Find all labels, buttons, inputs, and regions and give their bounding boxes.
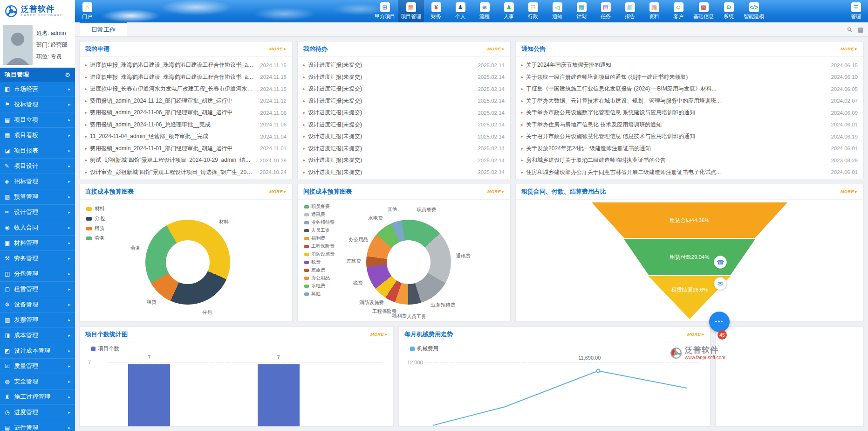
legend-item[interactable]: 职员餐费 <box>304 203 335 210</box>
sidebar-item-material[interactable]: ▣材料管理▸ <box>0 236 75 251</box>
sidebar-item-cost[interactable]: ◨成本管理▸ <box>0 328 75 343</box>
list-item-text[interactable]: 设计进度汇报(未提交) <box>308 168 473 176</box>
sidebar-item-design[interactable]: ✏设计管理▸ <box>0 205 75 220</box>
legend-machine-cost[interactable]: 机械费用 <box>410 345 704 352</box>
nav-item-portal[interactable]: ⌂门户 <box>75 0 99 22</box>
sidebar-item-budget[interactable]: ▨预算管理▸ <box>0 189 75 205</box>
list-item-text[interactable]: 进度款申报_珠海鹤港口建设_珠海鹤港口建设工程合作协议书_admin_... <box>90 61 255 69</box>
direct-cost-donut-chart[interactable]: 材料分包租赁劳务材料分包租赁劳务 <box>80 200 292 321</box>
legend-item[interactable]: 福利费 <box>304 235 335 242</box>
sidebar-item-project-initiation[interactable]: ▤项目立项▸ <box>0 112 75 128</box>
nav-item-client-project[interactable]: ⊞甲方项目 <box>372 0 398 22</box>
list-item-text[interactable]: 进度款申报_珠海鹤港口建设_珠海鹤港口建设工程合作协议书_admin_... <box>90 73 255 81</box>
list-item-text[interactable]: 费用报销_admin_2024-11-06_总经理审批__完成 <box>90 121 255 129</box>
sidebar-item-subcontract[interactable]: ◫分包管理▸ <box>0 266 75 282</box>
nav-item-report[interactable]: ▥报告 <box>618 0 642 22</box>
legend-item[interactable]: 业务招待费 <box>304 219 335 226</box>
list-item-text[interactable]: 于征集《中国建筑施工行业信息化发展报告 (2024) —BIM应用与发展》材料.… <box>526 85 826 93</box>
sidebar-item-quality[interactable]: ☑质量管理▸ <box>0 359 75 374</box>
list-item-text[interactable]: 关于召开市政公用设施智慧化管理信息 信息技术与应用培训班的通知 <box>526 132 826 140</box>
list-item-text[interactable]: 测试_彭祖新城“四馆”景观工程设计项目_2024-10-29_admin_结束_… <box>90 156 255 164</box>
nav-item-notice[interactable]: ◁通知 <box>545 0 569 22</box>
sidebar-item-income-contract[interactable]: ◉收入合同▸ <box>0 220 75 236</box>
mail-widget-button[interactable]: ✉ <box>714 277 727 290</box>
gear-icon[interactable]: ⚙ <box>65 71 70 78</box>
list-item-text[interactable]: 关于2024年国庆节放假安排的通知 <box>526 61 826 69</box>
list-item-text[interactable]: 住房和城乡建设部办公厅关于同意吉林省开展二级建造师注册证书电子化试点... <box>526 168 826 176</box>
nav-item-hr[interactable]: ♟人事 <box>497 0 521 22</box>
list-item-text[interactable]: 关于举办住房与房地产信息化 技术及应用培训班的通知 <box>526 121 826 129</box>
nav-item-personal[interactable]: ♟个人 <box>448 0 472 22</box>
nav-item-manage[interactable]: ☰管理 <box>844 0 868 22</box>
list-item-text[interactable]: 设计进度汇报(未提交) <box>308 97 473 105</box>
more-button[interactable]: MORE▶ <box>269 47 287 51</box>
list-item-text[interactable]: 设计审查_彭祖新城“四馆”景观工程设计项目_请选择_胡广生_2024-10-2.… <box>90 168 255 176</box>
legend-item[interactable]: 水电费 <box>304 283 335 289</box>
list-item-text[interactable]: 关于举办大数据、云计算技术在城市建设、规划、管理与服务中的应用培训班... <box>526 97 826 105</box>
sidebar-item-safety[interactable]: ◍安全管理▸ <box>0 374 75 389</box>
funnel-band-3[interactable]: 租赁结算26.6% <box>592 276 787 319</box>
machine-cost-line-chart[interactable]: 机械费用 12,000 11,690.00 <box>399 342 710 426</box>
nav-item-base-info[interactable]: ▩基础信息 <box>690 0 717 22</box>
list-item-text[interactable]: 设计进度汇报(未提交) <box>308 85 473 93</box>
indirect-cost-donut-chart[interactable]: 职员餐费通讯费业务招待费人员工资福利费工程保险费消防设施费税费差旅费办公用品水电… <box>298 200 510 321</box>
legend-project-count[interactable]: 项目个数 <box>91 345 387 352</box>
legend-item[interactable]: 材料 <box>86 205 105 212</box>
nav-item-smart-modeling[interactable]: </>智能建模 <box>741 0 767 22</box>
sidebar-item-project-board[interactable]: ▦项目看板▸ <box>0 128 75 143</box>
sidebar-item-project-design[interactable]: ✎项目设计▸ <box>0 159 75 174</box>
panel-toggle-icon[interactable]: ▤ <box>858 26 863 33</box>
legend-item[interactable]: 租赁 <box>86 225 105 232</box>
more-button[interactable]: MORE▶ <box>370 332 388 337</box>
list-item-text[interactable]: 关于领取一级注册建造师培训项目的通知 (须持一建证书前来领取) <box>526 73 826 81</box>
nav-item-plan[interactable]: ▦计划 <box>569 0 594 22</box>
legend-item[interactable]: 工程保险费 <box>304 243 335 250</box>
nav-item-task[interactable]: ▤任务 <box>594 0 618 22</box>
chat-widget-button[interactable]: ••• <box>709 312 730 332</box>
list-item-text[interactable]: 关于发放2024年第24批一级建造师注册证书的通知 <box>526 145 826 153</box>
list-item-text[interactable]: 设计进度汇报(未提交) <box>308 156 473 164</box>
list-item-text[interactable]: 设计进度汇报(未提交) <box>308 61 473 69</box>
sidebar-item-progress[interactable]: ◷进度管理▸ <box>0 405 75 420</box>
nav-item-workflow[interactable]: ≋流程 <box>472 0 497 22</box>
more-button[interactable]: MORE▶ <box>269 189 287 194</box>
list-item-text[interactable]: 费用报销_admin_2024-11-06_部门经理审批_胡建_运行中 <box>90 109 255 117</box>
list-item-text[interactable]: 设计进度汇报(未提交) <box>308 109 473 117</box>
nav-item-project-management[interactable]: ▦项目管理 <box>398 0 424 22</box>
sidebar-item-invoice[interactable]: ▥发票管理▸ <box>0 313 75 328</box>
nav-item-system[interactable]: ⚙系统 <box>717 0 741 22</box>
nav-item-documents[interactable]: ▧资料 <box>642 0 666 22</box>
more-button[interactable]: MORE▶ <box>487 47 505 51</box>
legend-item[interactable]: 其他 <box>304 291 335 297</box>
tab-daily-work[interactable]: 日常工作 <box>80 22 127 36</box>
list-item-text[interactable]: 设计进度汇报(未提交) <box>308 145 473 153</box>
list-item-text[interactable]: 关于举办市政公用设施数字化管理信息 系统建设与应用培训班的通知 <box>526 109 826 117</box>
legend-item[interactable]: 劳务 <box>86 235 105 242</box>
legend-item[interactable]: 办公用品 <box>304 275 335 281</box>
nav-item-finance[interactable]: ¥财务 <box>424 0 448 22</box>
key-icon[interactable]: ⚲ <box>846 26 854 34</box>
sidebar-item-labor[interactable]: ⚒劳务管理▸ <box>0 251 75 266</box>
sidebar-item-construction-process[interactable]: ♜施工过程管理▸ <box>0 389 75 405</box>
list-item-text[interactable]: 费用报销_admin_2024-11-12_部门经理审批_胡建_运行中 <box>90 97 255 105</box>
nav-item-administration[interactable]: ☷行政 <box>521 0 545 22</box>
nav-item-customer[interactable]: ☺客户 <box>666 0 690 22</box>
legend-item[interactable]: 人员工资 <box>304 227 335 234</box>
legend-item[interactable]: 差旅费 <box>304 267 335 273</box>
more-button[interactable]: MORE▶ <box>841 189 858 194</box>
legend-item[interactable]: 分包 <box>86 215 105 222</box>
bar[interactable] <box>128 364 170 426</box>
sidebar-item-bid-invite[interactable]: ◈招标管理▸ <box>0 174 75 189</box>
sidebar-item-design-cost[interactable]: ◩设计成本管理▸ <box>0 343 75 359</box>
list-item-text[interactable]: 设计进度汇报(未提交) <box>308 73 473 81</box>
more-button[interactable]: MORE▶ <box>841 47 858 51</box>
sidebar-item-equipment[interactable]: ⚙设备管理▸ <box>0 297 75 313</box>
list-item-text[interactable]: 设计进度汇报(未提交) <box>308 121 473 129</box>
legend-item[interactable]: 消防设施费 <box>304 251 335 257</box>
more-button[interactable]: MORE▶ <box>687 332 704 337</box>
legend-item[interactable]: 通讯费 <box>304 211 335 218</box>
list-item-text[interactable]: 房和城乡建设厅关于取消二级建造师临时执业证书的公告 <box>526 156 826 164</box>
phone-widget-button[interactable]: ☎ <box>714 256 727 269</box>
list-item-text[interactable]: 设计进度汇报(未提交) <box>308 132 473 140</box>
sidebar-item-project-reports[interactable]: ◪项目报表▸ <box>0 143 75 159</box>
